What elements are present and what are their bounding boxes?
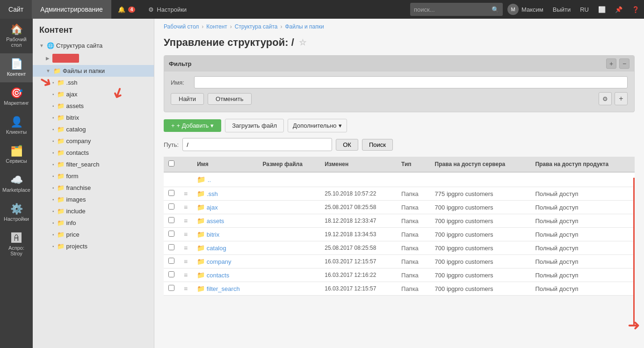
drag-handle-icon[interactable]: ≡: [184, 258, 188, 265]
row-size-cell: [258, 187, 320, 201]
sidebar-item-content[interactable]: 📄 Контент: [0, 53, 33, 82]
filter-collapse-btn[interactable]: −: [619, 58, 630, 69]
favorite-star-icon[interactable]: ☆: [299, 37, 306, 48]
file-link[interactable]: ajax: [207, 204, 218, 211]
table-header-row: Имя Размер файла Изменен Тип Права на до…: [164, 157, 635, 172]
row-size-cell: [258, 228, 320, 241]
row-type-cell: Папка: [397, 282, 430, 296]
nav-item-files-folders[interactable]: ▼ 📁 Файлы и папки: [33, 65, 154, 77]
nav-item-ajax[interactable]: ▪ 📁 ajax: [33, 88, 154, 100]
path-ok-btn[interactable]: ОК: [336, 139, 358, 151]
row-checkbox[interactable]: [168, 231, 174, 237]
add-btn[interactable]: + + Добавить ▾: [164, 119, 221, 132]
drag-handle-icon[interactable]: ≡: [184, 190, 188, 197]
select-all-checkbox[interactable]: [168, 160, 174, 167]
row-checkbox[interactable]: [168, 244, 174, 250]
catalog-folder-icon: 📁: [57, 126, 65, 133]
settings-btn[interactable]: ⚙ Настройки: [142, 0, 193, 19]
filter-find-btn[interactable]: Найти: [171, 93, 204, 105]
upload-btn[interactable]: Загрузить файл: [225, 119, 284, 132]
drag-handle-icon[interactable]: ≡: [184, 231, 188, 238]
filter-add-btn[interactable]: +: [606, 58, 616, 69]
sidebar-item-marketplace[interactable]: ☁️ Marketplace: [0, 169, 33, 198]
drag-handle-icon[interactable]: ≡: [184, 285, 188, 292]
nav-item-projects[interactable]: ▪ 📁 projects: [33, 240, 154, 252]
filter-cancel-btn[interactable]: Отменить: [208, 93, 251, 105]
nav-item-catalog[interactable]: ▪ 📁 catalog: [33, 123, 154, 135]
filter-gear-btn[interactable]: ⚙: [599, 92, 612, 105]
pin-icon[interactable]: 📌: [610, 6, 627, 13]
tab-admin[interactable]: Администрирование: [32, 0, 111, 19]
sidebar-item-settings[interactable]: ⚙️ Настройки: [0, 198, 33, 227]
lang-selector[interactable]: RU: [575, 6, 593, 13]
user-menu[interactable]: М Максим: [503, 4, 548, 15]
nav-item-filter-search[interactable]: ▪ 📁 filter_search: [33, 159, 154, 170]
nav-item-bitrix[interactable]: ▪ 📁 bitrix: [33, 112, 154, 123]
sidebar-label-settings: Настройки: [4, 216, 29, 222]
row-checkbox[interactable]: [168, 258, 174, 264]
nav-item-form[interactable]: ▪ 📁 form: [33, 170, 154, 182]
nav-item-site-structure[interactable]: ▼ 🌐 Структура сайта: [33, 40, 154, 51]
exit-btn[interactable]: Выйти: [548, 6, 576, 13]
row-checkbox[interactable]: [168, 190, 174, 196]
filter-name-input[interactable]: [194, 76, 628, 88]
more-btn[interactable]: Дополнительно ▾: [288, 119, 347, 132]
row-type-cell: Папка: [397, 228, 430, 241]
row-drag-cell: ≡: [179, 201, 192, 214]
drag-handle-icon[interactable]: ≡: [184, 203, 188, 211]
help-icon[interactable]: ❓: [627, 6, 644, 13]
file-link[interactable]: bitrix: [207, 231, 219, 238]
th-size: Размер файла: [258, 157, 320, 172]
table-row: ≡ 📁 company 16.03.2017 12:15:57 Папка 70…: [164, 255, 635, 268]
nav-item-franchise[interactable]: ▪ 📁 franchise: [33, 182, 154, 194]
nav-item-include[interactable]: ▪ 📁 include: [33, 205, 154, 217]
row-server-perms-cell: 700 ipgpro customers: [430, 201, 531, 214]
avatar: М: [507, 4, 519, 15]
row-name-cell: 📁 company: [192, 255, 258, 268]
breadcrumb-files[interactable]: Файлы и папки: [285, 23, 324, 30]
nav-item-ssh[interactable]: ▪ 📁 .ssh: [33, 77, 154, 88]
nav-item-company[interactable]: ▪ 📁 company: [33, 135, 154, 147]
file-link[interactable]: ..: [208, 176, 211, 183]
nav-item-highlighted[interactable]: ▶: [33, 51, 154, 65]
file-link[interactable]: catalog: [207, 245, 226, 252]
sidebar-item-aspro[interactable]: 🅰 Аспро: Stroy: [0, 227, 33, 262]
file-link[interactable]: filter_search: [207, 285, 240, 292]
dot-icon: ▪: [52, 80, 54, 85]
sidebar-item-marketing[interactable]: 🎯 Маркетинг: [0, 82, 33, 111]
nav-item-contacts[interactable]: ▪ 📁 contacts: [33, 147, 154, 159]
file-link[interactable]: contacts: [207, 272, 229, 279]
breadcrumb-desktop[interactable]: Рабочий стол: [164, 23, 199, 30]
file-link[interactable]: .ssh: [207, 190, 218, 197]
path-search-btn[interactable]: Поиск: [362, 139, 393, 151]
file-link[interactable]: assets: [207, 218, 224, 225]
breadcrumb-content[interactable]: Контент: [206, 23, 227, 30]
row-checkbox[interactable]: [168, 217, 174, 223]
search-input[interactable]: [414, 6, 489, 13]
sidebar-item-clients[interactable]: 👤 Клиенты: [0, 111, 33, 140]
row-size-cell: [258, 241, 320, 255]
path-input[interactable]: [182, 138, 332, 151]
sidebar-item-services[interactable]: 🗂️ Сервисы: [0, 140, 33, 169]
layout-icon[interactable]: ⬜: [593, 6, 610, 13]
tab-site[interactable]: Сайт: [0, 0, 32, 19]
nav-item-assets[interactable]: ▪ 📁 assets: [33, 100, 154, 112]
highlighted-label: [52, 54, 79, 63]
breadcrumb-site-structure[interactable]: Структура сайта: [235, 23, 278, 30]
breadcrumb-sep2: ›: [230, 23, 232, 30]
nav-item-price[interactable]: ▪ 📁 price: [33, 229, 154, 240]
drag-handle-icon[interactable]: ≡: [184, 244, 188, 252]
row-checkbox[interactable]: [168, 271, 174, 277]
file-link[interactable]: company: [207, 258, 232, 265]
row-checkbox[interactable]: [168, 285, 174, 291]
nav-item-info[interactable]: ▪ 📁 info: [33, 217, 154, 229]
nav-item-images[interactable]: ▪ 📁 images: [33, 194, 154, 205]
notifications-btn[interactable]: 🔔 4: [111, 0, 142, 19]
sidebar-item-desktop[interactable]: 🏠 Рабочий стол: [0, 19, 33, 53]
drag-handle-icon[interactable]: ≡: [184, 217, 188, 225]
row-checkbox[interactable]: [168, 203, 174, 210]
dot3-icon: ▪: [52, 103, 54, 109]
drag-handle-icon[interactable]: ≡: [184, 271, 188, 279]
filter-plus-btn[interactable]: +: [615, 92, 628, 105]
row-product-perms-cell: Полный доступ: [530, 241, 635, 255]
